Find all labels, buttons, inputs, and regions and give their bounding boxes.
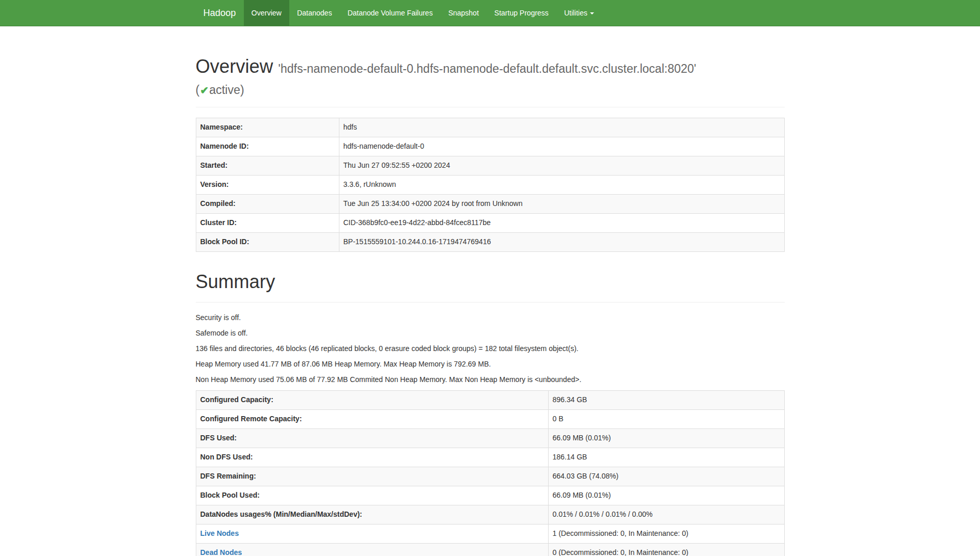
- stat-label: DataNodes usages% (Min/Median/Max/stdDev…: [196, 505, 548, 525]
- stat-value: 0 (Decommissioned: 0, In Maintenance: 0): [548, 544, 784, 556]
- table-row: Dead Nodes 0 (Decommissioned: 0, In Main…: [196, 544, 784, 556]
- check-icon: ✔: [199, 85, 209, 96]
- page-title-text: Overview: [196, 56, 273, 77]
- info-label: Block Pool ID:: [196, 232, 339, 251]
- heap-memory-text: Heap Memory used 41.77 MB of 87.06 MB He…: [196, 359, 785, 370]
- info-label: Compiled:: [196, 194, 339, 213]
- stat-label: Dead Nodes: [196, 544, 548, 556]
- info-value: hdfs: [339, 118, 784, 137]
- info-label: Namenode ID:: [196, 137, 339, 156]
- nav-item-snapshot[interactable]: Snapshot: [441, 0, 487, 26]
- table-row: Live Nodes 1 (Decommissioned: 0, In Main…: [196, 525, 784, 544]
- main-nav: Overview Datanodes Datanode Volume Failu…: [244, 0, 602, 26]
- table-row: Namenode ID: hdfs-namenode-default-0: [196, 137, 784, 156]
- table-row: Version: 3.3.6, rUnknown: [196, 175, 784, 194]
- info-label: Namespace:: [196, 118, 339, 137]
- namenode-endpoint: 'hdfs-namenode-default-0.hdfs-namenode-d…: [278, 62, 696, 75]
- live-nodes-link[interactable]: Live Nodes: [200, 529, 239, 537]
- table-row: Block Pool ID: BP-1515559101-10.244.0.16…: [196, 232, 784, 251]
- status-text: active: [209, 83, 240, 97]
- table-row: Started: Thu Jun 27 09:52:55 +0200 2024: [196, 156, 784, 175]
- dead-nodes-link[interactable]: Dead Nodes: [200, 548, 242, 556]
- nav-item-datanodes[interactable]: Datanodes: [289, 0, 340, 26]
- stat-label: DFS Used:: [196, 429, 548, 448]
- info-value: 3.3.6, rUnknown: [339, 175, 784, 194]
- stat-label: Non DFS Used:: [196, 448, 548, 467]
- info-value: Thu Jun 27 09:52:55 +0200 2024: [339, 156, 784, 175]
- table-row: Configured Capacity: 896.34 GB: [196, 391, 784, 410]
- info-label: Cluster ID:: [196, 213, 339, 232]
- table-row: Configured Remote Capacity: 0 B: [196, 410, 784, 429]
- table-row: Block Pool Used: 66.09 MB (0.01%): [196, 486, 784, 505]
- namenode-info-table: Namespace: hdfs Namenode ID: hdfs-nameno…: [196, 118, 785, 252]
- stat-value: 0.01% / 0.01% / 0.01% / 0.00%: [548, 505, 784, 525]
- stat-label: Configured Capacity:: [196, 391, 548, 410]
- info-label: Version:: [196, 175, 339, 194]
- info-value: BP-1515559101-10.244.0.16-1719474769416: [339, 232, 784, 251]
- stat-value: 66.09 MB (0.01%): [548, 486, 784, 505]
- divider: [196, 302, 785, 303]
- non-heap-memory-text: Non Heap Memory used 75.06 MB of 77.92 M…: [196, 375, 785, 385]
- info-label: Started:: [196, 156, 339, 175]
- nav-utilities-label: Utilities: [564, 9, 587, 17]
- safemode-status-text: Safemode is off.: [196, 328, 785, 339]
- main-content: Overview 'hdfs-namenode-default-0.hdfs-n…: [188, 56, 792, 556]
- nav-item-overview[interactable]: Overview: [244, 0, 289, 26]
- stat-value: 0 B: [548, 410, 784, 429]
- security-status-text: Security is off.: [196, 313, 785, 323]
- page-header: Overview 'hdfs-namenode-default-0.hdfs-n…: [196, 56, 785, 97]
- info-value: CID-368b9fc0-ee19-4d22-abbd-84fcec8117be: [339, 213, 784, 232]
- stat-value: 66.09 MB (0.01%): [548, 429, 784, 448]
- table-row: DFS Remaining: 664.03 GB (74.08%): [196, 467, 784, 486]
- navbar-container: Hadoop Overview Datanodes Datanode Volum…: [188, 0, 792, 26]
- nav-item-datanode-volume-failures[interactable]: Datanode Volume Failures: [340, 0, 441, 26]
- table-row: Non DFS Used: 186.14 GB: [196, 448, 784, 467]
- stat-value: 896.34 GB: [548, 391, 784, 410]
- page-title: Overview 'hdfs-namenode-default-0.hdfs-n…: [196, 56, 785, 97]
- navbar: Hadoop Overview Datanodes Datanode Volum…: [0, 0, 980, 26]
- stat-label: DFS Remaining:: [196, 467, 548, 486]
- filesystem-objects-text: 136 files and directories, 46 blocks (46…: [196, 344, 785, 354]
- namenode-status: (✔active): [196, 84, 785, 97]
- stat-value: 186.14 GB: [548, 448, 784, 467]
- stat-value: 1 (Decommissioned: 0, In Maintenance: 0): [548, 525, 784, 544]
- paren-close: ): [240, 83, 244, 97]
- summary-stats-table: Configured Capacity: 896.34 GB Configure…: [196, 390, 785, 556]
- table-row: Namespace: hdfs: [196, 118, 784, 137]
- nav-item-utilities-dropdown[interactable]: Utilities: [556, 0, 602, 26]
- stat-label: Block Pool Used:: [196, 486, 548, 505]
- brand-hadoop[interactable]: Hadoop: [196, 0, 244, 26]
- summary-title: Summary: [196, 272, 785, 292]
- info-value: Tue Jun 25 13:34:00 +0200 2024 by root f…: [339, 194, 784, 213]
- table-row: Compiled: Tue Jun 25 13:34:00 +0200 2024…: [196, 194, 784, 213]
- stat-label: Configured Remote Capacity:: [196, 410, 548, 429]
- table-row: DataNodes usages% (Min/Median/Max/stdDev…: [196, 505, 784, 525]
- table-row: Cluster ID: CID-368b9fc0-ee19-4d22-abbd-…: [196, 213, 784, 232]
- stat-value: 664.03 GB (74.08%): [548, 467, 784, 486]
- nav-item-startup-progress[interactable]: Startup Progress: [487, 0, 556, 26]
- stat-label: Live Nodes: [196, 525, 548, 544]
- info-value: hdfs-namenode-default-0: [339, 137, 784, 156]
- chevron-down-icon: [590, 12, 594, 14]
- divider: [196, 107, 785, 107]
- table-row: DFS Used: 66.09 MB (0.01%): [196, 429, 784, 448]
